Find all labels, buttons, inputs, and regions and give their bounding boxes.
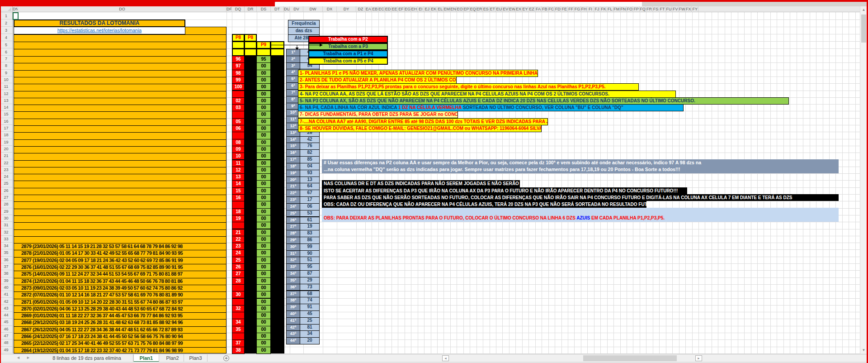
row-header-26[interactable]: 26	[0, 187, 12, 194]
instruction-line-8[interactable]: 7-....NA COLUNA AA7 até AA90, DIGITAR EN…	[298, 118, 548, 125]
ds-cell[interactable]: 00	[256, 118, 271, 125]
freq-value-cell[interactable]: 91	[300, 304, 320, 311]
dq-cell[interactable]: 32	[232, 305, 245, 312]
column-header-EC[interactable]: EC	[378, 6, 385, 12]
instruction-line-1[interactable]: 1- PLANILHAS P1 e P5 NÃO MEXER, APENAS A…	[298, 70, 538, 77]
row-header-22[interactable]: 22	[0, 160, 12, 167]
dq-cell[interactable]: 35	[232, 326, 245, 333]
instruction-line-3[interactable]: 3- Para deixar as Planilhas P1,P2,P3,P5 …	[298, 83, 639, 91]
column-header-DR[interactable]: DR	[245, 6, 257, 12]
freq-ordinal-cell[interactable]: 16ª	[286, 149, 300, 157]
dq-cell[interactable]: 37	[232, 339, 245, 347]
column-header-EQ[interactable]: EQ	[470, 6, 476, 12]
freq-ordinal-cell[interactable]: 3ª	[286, 62, 300, 70]
column-header-FR[interactable]: FR	[646, 6, 652, 12]
dq-cell[interactable]: 19	[232, 215, 245, 222]
result-row[interactable]: 2879 (23/01/2026) 05 11 14 15 19 21 28 3…	[14, 243, 226, 250]
column-header-DN[interactable]: DN	[13, 6, 18, 12]
column-header-EP[interactable]: EP	[463, 6, 470, 12]
dq-cell[interactable]: 23	[232, 243, 245, 250]
row-header-27[interactable]: 27	[0, 194, 12, 201]
ds-cell[interactable]: 00	[256, 194, 271, 201]
column-header-EO[interactable]: EO	[457, 6, 463, 12]
column-header-FU[interactable]: FU	[666, 6, 672, 12]
yellow-cell[interactable]	[244, 41, 257, 49]
ds-cell[interactable]: 00	[256, 215, 271, 222]
freq-ordinal-cell[interactable]: 27ª	[286, 223, 300, 230]
dq-cell[interactable]: 16	[232, 194, 245, 201]
row-header-38[interactable]: 38	[0, 270, 12, 277]
ds-cell[interactable]: 00	[256, 201, 271, 208]
row-header-9[interactable]: 9	[0, 70, 12, 76]
freq-ordinal-cell[interactable]: 23ª	[286, 196, 300, 204]
freq-ordinal-cell[interactable]: 20ª	[286, 177, 300, 184]
dq-cell[interactable]: 97	[232, 62, 245, 70]
row-header-21[interactable]: 21	[0, 153, 12, 159]
freq-ordinal-cell[interactable]: 41ª	[286, 317, 300, 325]
ds-cell[interactable]: 00	[256, 222, 271, 229]
freq-value-cell[interactable]: 17	[300, 196, 320, 204]
freq-value-cell[interactable]: 61	[300, 217, 320, 224]
row-header-13[interactable]: 13	[0, 97, 12, 104]
column-header-ES[interactable]: ES	[483, 6, 489, 12]
column-header-FF[interactable]: FF	[568, 6, 574, 12]
ds-cell[interactable]: 00	[256, 153, 271, 160]
freq-ordinal-cell[interactable]: 24ª	[286, 203, 300, 210]
column-header-FS[interactable]: FS	[653, 6, 659, 12]
dq-cell[interactable]: 15	[232, 187, 245, 195]
ds-cell[interactable]: 00	[256, 91, 271, 98]
ds-cell[interactable]: 00	[256, 167, 271, 174]
column-header-EV[interactable]: EV	[502, 6, 509, 12]
ds-cell[interactable]: 00	[256, 76, 271, 84]
freq-ordinal-cell[interactable]: 22ª	[286, 190, 300, 197]
column-header-FV[interactable]: FV	[672, 6, 679, 12]
freq-value-cell[interactable]: 06	[300, 203, 320, 210]
freq-ordinal-cell[interactable]: 34ª	[286, 270, 300, 277]
freq-ordinal-cell[interactable]: 36ª	[286, 284, 300, 291]
row-header-25[interactable]: 25	[0, 180, 12, 187]
result-row[interactable]: 2867 (26/12/2025) 04 05 11 22 27 28 34 3…	[14, 326, 226, 333]
freq-value-cell[interactable]: 86	[300, 237, 320, 244]
row-header-48[interactable]: 48	[0, 339, 12, 346]
dq-cell[interactable]: 96	[232, 56, 245, 63]
lotomania-link[interactable]: https://estatisticas.net/loterias/lotoma…	[57, 28, 142, 33]
row-header-34[interactable]: 34	[0, 243, 12, 249]
dq-cell[interactable]	[232, 201, 245, 208]
row-header-12[interactable]: 12	[0, 91, 12, 97]
freq-ordinal-cell[interactable]: 33ª	[286, 263, 300, 271]
column-header-DO[interactable]: DO	[18, 6, 226, 12]
ds-cell[interactable]: 00	[256, 180, 271, 187]
yellow-cell[interactable]	[244, 48, 257, 56]
column-header-DQ[interactable]: DQ	[232, 6, 245, 12]
vertical-scrollbar[interactable]: ▲ ▼	[860, 6, 867, 354]
freq-value-cell[interactable]: 73	[300, 284, 320, 291]
column-header-FX[interactable]: FX	[685, 6, 692, 12]
freq-ordinal-cell[interactable]: 37ª	[286, 291, 300, 298]
result-row[interactable]: 2878 (21/01/2026) 01 05 14 17 30 33 41 4…	[14, 250, 226, 257]
dq-cell[interactable]: 100	[232, 83, 245, 91]
freq-value-cell[interactable]: 82	[300, 149, 320, 157]
freq-value-cell[interactable]: 51	[300, 257, 320, 264]
column-header-FG[interactable]: FG	[574, 6, 580, 12]
ds-cell[interactable]: 00	[256, 83, 271, 91]
column-header-FC[interactable]: FC	[548, 6, 555, 12]
row-header-29[interactable]: 29	[0, 208, 12, 215]
row-header-24[interactable]: 24	[0, 173, 12, 180]
freq-ordinal-cell[interactable]: 15ª	[286, 143, 300, 150]
row-header-11[interactable]: 11	[0, 83, 12, 90]
column-header-FD[interactable]: FD	[555, 6, 561, 12]
column-header-EU[interactable]: EU	[496, 6, 502, 12]
ds-cell[interactable]: 00	[256, 132, 271, 139]
row-header-15[interactable]: 15	[0, 111, 12, 118]
dq-cell[interactable]: 05	[232, 118, 245, 125]
row-header-6[interactable]: 6	[0, 48, 12, 56]
column-header-DZ[interactable]: DZ	[356, 6, 365, 12]
column-header-DV[interactable]: DV	[290, 6, 303, 12]
column-header-FB[interactable]: FB	[542, 6, 548, 12]
row-header-23[interactable]: 23	[0, 167, 12, 173]
dq-cell[interactable]: 34	[232, 319, 245, 326]
column-header-ED[interactable]: ED	[385, 6, 391, 12]
dq-cell[interactable]	[232, 333, 245, 340]
freq-value-cell[interactable]: 20	[300, 337, 320, 344]
hscroll-right-icon[interactable]: ►	[695, 355, 702, 361]
